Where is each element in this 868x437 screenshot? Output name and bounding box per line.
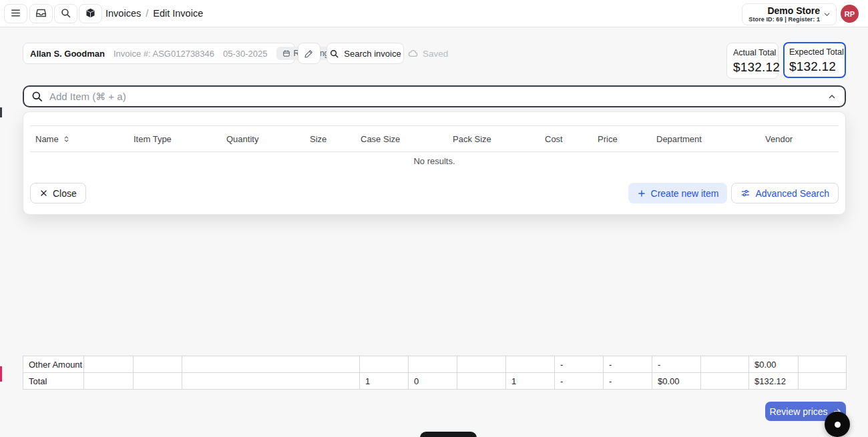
inbox-button[interactable]: [29, 4, 53, 23]
table-cell: [701, 373, 749, 390]
search-invoice-label: Search invoice: [344, 49, 401, 59]
table-cell: -: [604, 356, 652, 373]
close-button-label: Close: [53, 188, 77, 199]
actual-total-label: Actual Total: [733, 48, 772, 57]
column-header-size: Size: [310, 134, 361, 144]
left-edge-mark: [0, 107, 2, 117]
table-row-other-amount: Other Amount - - - $0.00: [23, 356, 847, 373]
table-cell: [182, 356, 360, 373]
chevron-up-icon: [827, 92, 837, 101]
search-icon: [60, 7, 71, 21]
left-edge-red-stripe: [0, 366, 2, 382]
chat-launcher[interactable]: [825, 412, 850, 437]
close-button[interactable]: Close: [30, 183, 86, 203]
table-cell: [701, 356, 749, 373]
menu-icon: [10, 7, 21, 21]
table-cell: -: [652, 356, 701, 373]
table-cell: [799, 356, 847, 373]
search-invoice-button[interactable]: Search invoice: [327, 43, 404, 64]
table-cell: Other Amount: [23, 356, 84, 373]
avatar[interactable]: RP: [841, 5, 859, 23]
table-cell: [457, 373, 506, 390]
table-cell: $132.12: [749, 373, 799, 390]
review-prices-label: Review prices: [769, 406, 827, 417]
sliders-icon: [740, 188, 750, 198]
table-cell: Total: [23, 373, 84, 390]
store-selector[interactable]: Demo Store Store ID: 69 | Register: 1: [742, 3, 837, 25]
column-header-cost: Cost: [545, 134, 598, 144]
column-header-name[interactable]: Name: [30, 134, 134, 144]
table-cell: $0.00: [652, 373, 701, 390]
table-cell: $0.00: [749, 356, 799, 373]
collapse-results-button[interactable]: [826, 91, 838, 103]
store-info: Demo Store Store ID: 69 | Register: 1: [748, 5, 820, 23]
table-cell: -: [555, 356, 604, 373]
table-cell: 1: [506, 373, 555, 390]
panel-footer-actions: Create new item Advanced Search: [628, 183, 839, 203]
package-icon: [85, 7, 96, 21]
advanced-search-label: Advanced Search: [755, 188, 829, 199]
sort-icon: [63, 135, 70, 143]
edit-invoice-button[interactable]: [298, 43, 320, 64]
search-button[interactable]: [54, 4, 77, 23]
table-row-total: Total 1 0 1 - - $0.00 $132.12: [23, 373, 847, 390]
column-header-quantity: Quantity: [226, 134, 310, 144]
column-header-vendor: Vendor: [765, 134, 839, 144]
store-name: Demo Store: [748, 5, 820, 16]
package-button[interactable]: [79, 4, 102, 23]
search-icon: [31, 90, 43, 103]
bottom-toast-edge: [420, 432, 477, 437]
expected-total-label: Expected Total: [789, 47, 840, 57]
panel-footer: Close Create new item Advanced Search: [30, 183, 839, 203]
pencil-icon: [304, 48, 314, 59]
table-cell: 1: [360, 373, 409, 390]
actual-total-card[interactable]: Actual Total $132.12: [726, 43, 779, 79]
table-cell: [799, 373, 847, 390]
create-new-item-label: Create new item: [651, 188, 719, 199]
empty-results-message: No results.: [30, 156, 839, 166]
table-cell: 0: [409, 373, 457, 390]
column-header-name-label: Name: [35, 134, 59, 144]
menu-button[interactable]: [4, 4, 27, 23]
invoice-summary-table: Other Amount - - - $0.00 Total 1 0 1 - -…: [23, 356, 847, 390]
table-cell: [457, 356, 506, 373]
breadcrumb-separator: /: [146, 8, 148, 19]
expected-total-value: $132.12: [789, 59, 840, 74]
plus-icon: [637, 189, 646, 198]
cloud-icon: [408, 48, 419, 59]
topbar: Invoices / Edit Invoice Demo Store Store…: [0, 0, 868, 27]
column-header-price: Price: [598, 134, 656, 144]
column-header-case-size: Case Size: [361, 134, 453, 144]
chevron-down-icon: [823, 10, 831, 19]
saved-indicator: Saved: [408, 43, 448, 64]
column-header-department: Department: [656, 134, 765, 144]
chat-icon: [835, 422, 841, 428]
item-search-panel: Name Item Type Quantity Size Case Size P…: [23, 111, 846, 215]
store-meta: Store ID: 69 | Register: 1: [748, 16, 820, 23]
table-cell: [84, 356, 134, 373]
table-cell: -: [604, 373, 652, 390]
table-cell: [506, 356, 555, 373]
breadcrumb: Invoices / Edit Invoice: [105, 0, 203, 27]
customer-name: Allan S. Goodman: [30, 49, 105, 59]
table-cell: [84, 373, 134, 390]
create-new-item-button[interactable]: Create new item: [628, 183, 728, 203]
table-cell: [409, 356, 457, 373]
expected-total-card[interactable]: Expected Total $132.12: [783, 42, 846, 78]
inbox-icon: [35, 7, 47, 21]
invoice-date: 05-30-2025: [223, 49, 268, 59]
breadcrumb-current-page: Edit Invoice: [153, 8, 203, 19]
table-cell: [134, 373, 182, 390]
add-item-bar: [23, 85, 846, 107]
table-cell: [134, 356, 182, 373]
column-header-item-type: Item Type: [134, 134, 226, 144]
table-cell: -: [555, 373, 604, 390]
close-icon: [39, 189, 48, 197]
saved-label: Saved: [423, 49, 448, 59]
actual-total-value: $132.12: [733, 60, 772, 75]
search-icon: [329, 49, 339, 59]
add-item-input[interactable]: [49, 91, 820, 102]
breadcrumb-invoices[interactable]: Invoices: [105, 8, 141, 19]
advanced-search-button[interactable]: Advanced Search: [731, 183, 839, 203]
table-cell: [182, 373, 360, 390]
